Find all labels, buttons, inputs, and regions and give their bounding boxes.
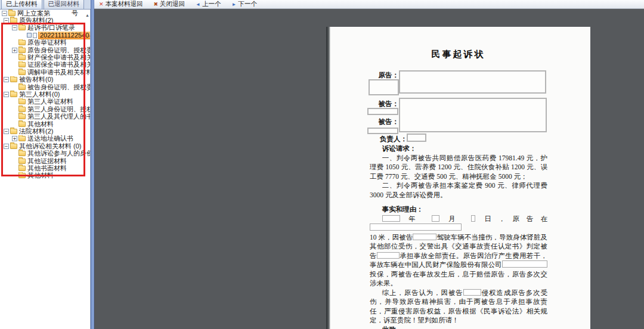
tree-item-label: 其他材料 <box>27 120 54 128</box>
previous-button[interactable]: ◄ 上一个 <box>196 0 221 8</box>
tree-folder-item[interactable]: 原告举证材料 <box>0 39 90 46</box>
tree-folder-item[interactable]: −法院材料(2) <box>0 128 90 135</box>
tree-folder-item[interactable]: −起诉书/口诉笔录 <box>0 24 90 32</box>
folder-icon <box>18 55 26 60</box>
defendant2-label: 被告： <box>370 117 399 126</box>
folder-icon <box>8 11 16 16</box>
folder-icon <box>18 107 26 112</box>
next-button[interactable]: ► 下一个 <box>232 0 257 8</box>
expand-toggle-icon[interactable]: + <box>12 136 17 141</box>
tree-folder-item[interactable]: 其他证据材料 <box>0 157 90 164</box>
plaintiff-label: 原告： <box>370 71 399 80</box>
return-case-materials-label: 本案材料退回 <box>106 0 143 8</box>
collapse-toggle-icon[interactable]: − <box>2 11 7 16</box>
red-x-icon: ✕ <box>99 1 104 7</box>
folder-icon <box>10 129 17 134</box>
folder-icon <box>18 99 26 104</box>
collapse-toggle-icon[interactable]: − <box>12 25 17 30</box>
tree-folder-item[interactable]: −第三人材料(0) <box>0 91 90 98</box>
tree-root-item[interactable]: −网上立案第号 <box>0 10 90 17</box>
folder-icon <box>18 166 26 171</box>
plaintiff-side-box <box>369 79 399 95</box>
tree-item-label: 其他书面材料 <box>27 164 67 172</box>
app-window: 已上传材料 已退回材料 −网上立案第号−原告材料(2)−起诉书/口诉笔录2022… <box>0 0 644 329</box>
folder-icon <box>18 85 26 90</box>
document-title: 民事起诉状 <box>326 49 590 60</box>
claim-paragraph: 二、判令两被告承担本案鉴定费 900 元、律师代理费 3000 元及全部诉讼费用… <box>370 181 547 200</box>
folder-icon <box>18 40 26 45</box>
closing-line: 此致 <box>370 325 547 329</box>
folder-icon <box>18 151 26 156</box>
tree-item-label: 原告材料(2) <box>19 17 53 24</box>
tree-item-label: 法院材料(2) <box>19 128 53 135</box>
collapse-toggle-icon[interactable]: − <box>4 144 9 149</box>
tree-folder-item[interactable]: 其他诉讼参与人的身份证明以及 <box>0 150 90 157</box>
tree-folder-item[interactable]: +送达地址确认书 <box>0 135 90 142</box>
claims-heading: 诉讼请求： <box>370 144 547 154</box>
tab-uploaded-materials[interactable]: 已上传材料 <box>1 0 42 9</box>
blank-field-box <box>502 260 547 268</box>
defendant2-side-box <box>367 128 398 134</box>
folder-icon <box>18 25 26 30</box>
tree-item-label: 其他证据材料 <box>27 157 67 164</box>
collapse-toggle-icon[interactable]: − <box>4 92 9 97</box>
file-checkbox-icon[interactable] <box>27 33 32 38</box>
tree-folder-item[interactable]: 其他书面材料 <box>0 164 90 172</box>
tree-item-label: 其他材料 <box>27 172 54 179</box>
tree-folder-item[interactable]: 调解申请书及相关材料 <box>0 69 90 76</box>
blank-field-box <box>370 224 462 231</box>
tree-root-label: 网上立案第号 <box>17 10 78 17</box>
plaintiff-field-box <box>399 70 546 94</box>
materials-tree: −网上立案第号−原告材料(2)−起诉书/口诉笔录20221111122540-0… <box>0 10 91 329</box>
folder-icon <box>10 144 17 149</box>
tree-folder-item[interactable]: 第三人及其代理人的书面意见 <box>0 113 90 120</box>
tree-folder-item[interactable]: +原告身份证明、授权委托书、法 <box>0 46 90 54</box>
tree-folder-item[interactable]: 第三人身份证明、授权委托书、 <box>0 105 90 113</box>
tree-item-label: 其他诉讼相关材料 (0) <box>19 142 82 150</box>
tree-item-label: 第三人材料(0) <box>19 91 60 98</box>
principal-field-box <box>407 134 426 142</box>
tree-folder-item[interactable]: −被告材料(0) <box>0 76 90 83</box>
folder-icon <box>18 48 26 53</box>
previous-label: 上一个 <box>202 0 221 8</box>
document-viewer[interactable]: 民事起诉状 原告： 被告： 被告： 负责人： 诉讼请求： 一、判令两被告共同赔偿… <box>94 9 644 329</box>
collapse-toggle-icon[interactable]: − <box>4 77 9 82</box>
summary-paragraph: 综上，原告认为，因被告侵权造成原告多次受伤，并导致原告精神损害，由于两被告息于承… <box>370 288 547 325</box>
tree-item-label: 原告举证材料 <box>27 39 67 46</box>
tab-returned-materials[interactable]: 已退回材料 <box>44 0 85 9</box>
folder-icon <box>18 122 26 127</box>
return-case-materials-button[interactable]: ✕ 本案材料退回 <box>99 0 143 8</box>
tree-folder-item[interactable]: 第三人举证材料 <box>0 98 90 105</box>
claim-paragraph: 一、判令两被告共同赔偿原告医药费 17981.49 元，护理费 1050 元、营… <box>370 154 547 182</box>
tree-file-item[interactable]: 20221111122540-0001.pdf <box>0 32 90 39</box>
claims-paragraphs: 一、判令两被告共同赔偿原告医药费 17981.49 元，护理费 1050 元、营… <box>370 154 547 200</box>
tree-folder-item[interactable]: 证据保全申请书及相关材料 <box>0 61 90 69</box>
tree-folder-item[interactable]: 其他材料 <box>0 172 90 179</box>
folder-icon <box>10 18 17 23</box>
defendants-field-box <box>399 98 547 132</box>
facts-date-line: 年 月 日，原告在 <box>370 215 547 233</box>
scroll-up-arrow-icon[interactable]: ▲ <box>85 13 89 17</box>
pdf-file-icon <box>33 33 37 38</box>
collapse-toggle-icon[interactable]: − <box>4 129 9 134</box>
expand-toggle-icon[interactable]: + <box>12 48 17 53</box>
arrow-right-icon: ► <box>232 2 237 7</box>
viewer-toolbar: ✕ 本案材料退回 ✖ 关闭退回 ◄ 上一个 ► 下一个 <box>94 0 644 9</box>
blank-field-box <box>463 289 481 296</box>
blank-field-box <box>377 252 400 259</box>
collapse-toggle-icon[interactable]: − <box>4 18 9 23</box>
tree-folder-item[interactable]: 财产保全申请书及相关材料 <box>0 54 90 61</box>
tree-folder-item[interactable]: −原告材料(2) <box>0 17 90 24</box>
tree-folder-item[interactable]: 其他材料 <box>0 120 90 128</box>
close-return-button[interactable]: ✖ 关闭退回 <box>154 0 185 8</box>
tree-folder-item[interactable]: −其他诉讼相关材料 (0) <box>0 142 90 150</box>
blank-field-box <box>413 234 436 240</box>
close-return-label: 关闭退回 <box>160 0 185 8</box>
tree-item-label: 被告身份证明、授权委托书、法 <box>27 83 90 91</box>
tree-item-label: 证据保全申请书及相关材料 <box>27 61 90 69</box>
folder-icon <box>10 92 17 97</box>
facts-heading: 事实和理由： <box>370 205 547 215</box>
defendant1-label: 被告： <box>370 100 399 108</box>
tree-folder-item[interactable]: 被告身份证明、授权委托书、法 <box>0 83 90 91</box>
tree-item-label: 第三人身份证明、授权委托书、 <box>27 105 90 113</box>
